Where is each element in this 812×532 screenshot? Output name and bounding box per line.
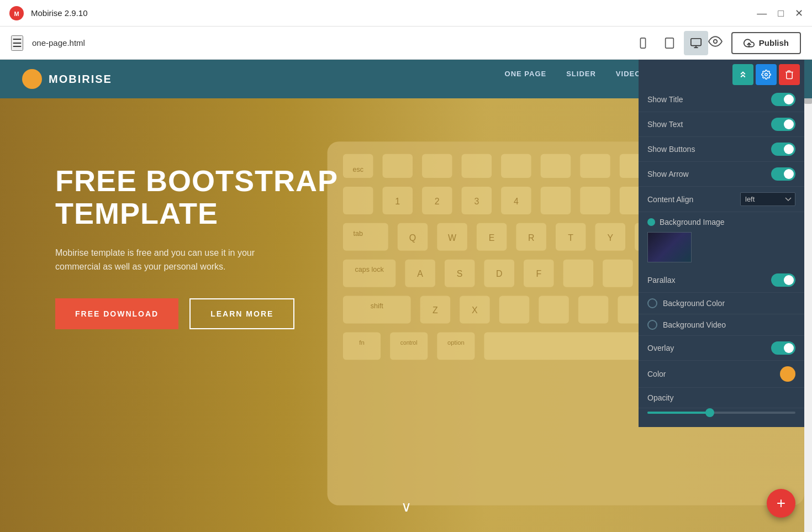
svg-text:S: S — [456, 269, 462, 278]
tablet-view-button[interactable] — [657, 31, 682, 55]
svg-rect-28 — [540, 187, 571, 214]
mobile-view-button[interactable] — [631, 31, 655, 55]
content-align-label: Content Align — [647, 195, 740, 204]
background-video-row: Background Video — [639, 314, 804, 336]
plus-icon: + — [777, 496, 785, 511]
show-text-toggle[interactable] — [771, 118, 795, 131]
publish-label: Publish — [759, 38, 789, 48]
svg-text:X: X — [472, 305, 478, 315]
svg-text:shift: shift — [370, 302, 383, 310]
free-download-button[interactable]: FREE DOWNLOAD — [55, 298, 178, 329]
toggle-thumb — [784, 119, 794, 129]
svg-rect-4 — [665, 38, 673, 48]
title-bar: M Mobirise 2.9.10 — □ ✕ — [0, 0, 812, 27]
toggle-thumb — [784, 94, 794, 104]
delete-block-button[interactable] — [779, 64, 800, 85]
svg-text:R: R — [528, 233, 534, 243]
background-video-label: Background Video — [663, 320, 795, 329]
color-row: Color — [639, 361, 804, 388]
view-switcher — [631, 31, 708, 55]
opacity-slider-thumb[interactable] — [705, 408, 714, 417]
svg-text:D: D — [495, 269, 502, 278]
svg-rect-66 — [484, 332, 647, 360]
opacity-label-row: Opacity — [639, 388, 804, 408]
toggle-track — [771, 341, 795, 355]
hero-title: FREE BOOTSTRAP TEMPLATE — [55, 165, 365, 230]
svg-text:Z: Z — [433, 305, 438, 315]
show-arrow-label: Show Arrow — [647, 170, 771, 178]
opacity-slider-track[interactable] — [647, 412, 795, 414]
trash-icon — [784, 70, 794, 80]
svg-text:W: W — [448, 233, 456, 243]
show-buttons-toggle[interactable] — [771, 143, 795, 156]
bg-active-indicator — [647, 218, 655, 226]
svg-text:Y: Y — [607, 233, 613, 243]
move-block-button[interactable] — [732, 64, 753, 85]
menu-button[interactable]: ☰ — [11, 35, 23, 51]
svg-text:M: M — [14, 10, 19, 17]
site-logo: MOBIRISE — [22, 69, 112, 89]
svg-rect-59 — [578, 296, 608, 324]
app-logo: M — [9, 6, 24, 21]
tablet-icon — [663, 37, 676, 49]
content-align-select[interactable]: left center right — [740, 192, 795, 206]
logo-circle — [22, 69, 42, 89]
scroll-arrow[interactable]: ∨ — [401, 498, 412, 515]
color-picker[interactable] — [780, 366, 795, 382]
svg-rect-13 — [382, 154, 413, 178]
show-title-label: Show Title — [647, 95, 771, 104]
preview-button[interactable] — [708, 34, 723, 52]
svg-rect-15 — [461, 154, 492, 178]
svg-rect-16 — [501, 154, 531, 178]
svg-text:Q: Q — [409, 233, 415, 243]
opacity-label: Opacity — [647, 393, 795, 402]
svg-text:A: A — [417, 269, 423, 278]
learn-more-button[interactable]: LEARN MORE — [189, 298, 294, 329]
nav-link-slider[interactable]: SLIDER — [566, 70, 596, 89]
show-title-toggle[interactable] — [771, 93, 795, 106]
window-controls: — □ ✕ — [757, 8, 803, 18]
svg-text:E: E — [488, 233, 494, 243]
svg-rect-58 — [539, 296, 569, 324]
svg-point-96 — [765, 73, 768, 76]
svg-rect-49 — [563, 260, 593, 287]
scrollbar-track — [804, 60, 812, 532]
settings-panel: Show Title Show Text Show Buttons — [639, 60, 804, 427]
hero-content: FREE BOOTSTRAP TEMPLATE Mobirise templat… — [55, 165, 365, 329]
svg-text:1: 1 — [395, 197, 400, 206]
svg-text:control: control — [400, 340, 417, 346]
content-align-row: Content Align left center right — [639, 187, 804, 212]
hero-subtitle: Mobirise template is free and you can us… — [55, 246, 298, 274]
toggle-track — [771, 143, 795, 156]
bg-image-thumbnail[interactable] — [647, 232, 692, 262]
svg-rect-18 — [580, 154, 610, 178]
maximize-button[interactable]: □ — [778, 8, 784, 18]
settings-button[interactable] — [756, 64, 777, 85]
fab-add-button[interactable]: + — [767, 489, 795, 518]
mobile-icon — [637, 37, 649, 49]
svg-rect-50 — [603, 260, 633, 287]
background-color-row: Background Color — [639, 293, 804, 314]
color-label: Color — [647, 370, 780, 378]
bg-image-preview — [648, 233, 691, 262]
background-image-label: Background Image — [660, 218, 795, 227]
toolbar: ☰ one-page.html — [0, 27, 812, 60]
background-color-radio[interactable] — [647, 298, 657, 308]
eye-icon — [708, 34, 723, 49]
parallax-label: Parallax — [647, 276, 771, 285]
desktop-view-button[interactable] — [684, 31, 708, 55]
show-arrow-toggle[interactable] — [771, 167, 795, 181]
svg-rect-6 — [691, 38, 701, 45]
filename-label: one-page.html — [32, 38, 631, 48]
parallax-toggle[interactable] — [771, 273, 795, 287]
svg-text:4: 4 — [513, 197, 518, 206]
close-button[interactable]: ✕ — [795, 8, 803, 18]
publish-button[interactable]: Publish — [731, 32, 801, 54]
show-text-row: Show Text — [639, 112, 804, 137]
nav-link-onepage[interactable]: ONE PAGE — [505, 70, 547, 89]
overlay-toggle[interactable] — [771, 341, 795, 355]
minimize-button[interactable]: — — [757, 8, 767, 18]
svg-text:F: F — [536, 269, 541, 278]
hero-buttons: FREE DOWNLOAD LEARN MORE — [55, 298, 365, 329]
background-video-radio[interactable] — [647, 320, 657, 330]
